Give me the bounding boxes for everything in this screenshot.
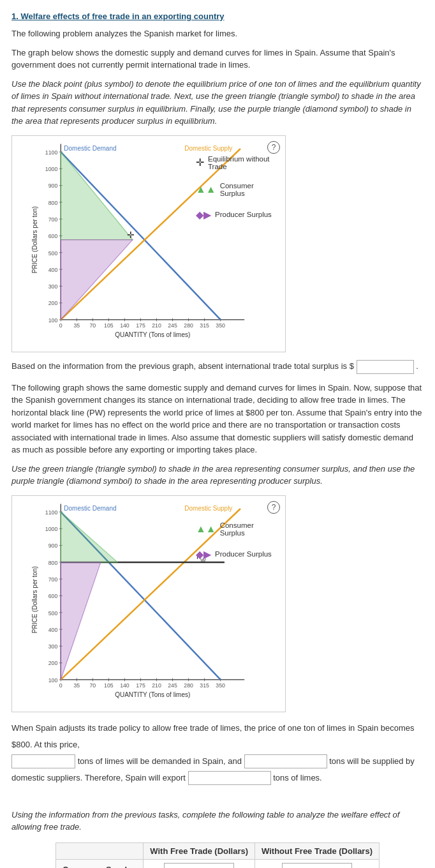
svg-text:0: 0	[59, 682, 63, 689]
svg-marker-51	[61, 239, 133, 319]
total-surplus-input[interactable]	[357, 360, 414, 374]
legend-equilibrium: ✛ Equilibrium without Trade	[196, 155, 279, 170]
svg-text:900: 900	[48, 183, 58, 189]
svg-text:QUANTITY (Tons of limes): QUANTITY (Tons of limes)	[115, 331, 190, 338]
legend-producer: ◆▶ Producer Surplus	[196, 209, 279, 221]
svg-text:✛: ✛	[127, 230, 135, 240]
svg-text:500: 500	[48, 250, 58, 256]
instructions-2: Use the green triangle (triangle symbol)…	[11, 463, 424, 488]
graph-1: ? 100 200 300 400 500 600 700 800 900 10…	[11, 135, 286, 352]
legend2-producer: ◆▶ Producer Surplus	[196, 548, 279, 560]
svg-text:500: 500	[48, 610, 58, 616]
svg-text:0: 0	[59, 322, 63, 329]
svg-text:200: 200	[48, 300, 58, 306]
svg-text:175: 175	[136, 682, 145, 689]
svg-text:70: 70	[90, 682, 96, 689]
svg-text:Domestic Supply: Domestic Supply	[184, 504, 232, 511]
svg-text:140: 140	[120, 322, 129, 329]
svg-text:700: 700	[48, 216, 58, 222]
svg-text:400: 400	[48, 266, 58, 273]
consumer-surplus-free-trade[interactable]	[144, 859, 255, 868]
svg-text:700: 700	[48, 576, 58, 582]
svg-text:Domestic Demand: Domestic Demand	[64, 504, 116, 511]
svg-text:Domestic Supply: Domestic Supply	[184, 144, 232, 151]
consumer-no-trade-input[interactable]	[282, 863, 352, 869]
intro-1: The following problem analyzes the Spani…	[11, 27, 424, 40]
instructions-1: Use the black point (plus symbol) to den…	[11, 78, 424, 128]
col-header-no-trade: Without Free Trade (Dollars)	[255, 842, 380, 859]
limes-demanded-input[interactable]	[11, 754, 75, 768]
legend2-consumer: ▲▲ Consumer Surplus	[196, 521, 279, 537]
svg-text:315: 315	[200, 322, 209, 329]
graph1-legend: ✛ Equilibrium without Trade ▲▲ Consumer …	[196, 155, 279, 232]
svg-text:315: 315	[200, 682, 209, 689]
table-row-consumer: Consumer Surplus	[55, 859, 379, 868]
svg-marker-50	[61, 152, 133, 240]
svg-text:100: 100	[48, 677, 58, 683]
intro-2: The graph below shows the domestic suppl…	[11, 47, 424, 71]
svg-text:200: 200	[48, 660, 58, 666]
svg-text:600: 600	[48, 593, 58, 599]
diamond-icon: ◆▶	[196, 209, 211, 221]
diamond2-icon: ◆▶	[196, 548, 211, 560]
graph2-legend: ▲▲ Consumer Surplus ◆▶ Producer Surplus	[196, 515, 279, 572]
svg-text:1100: 1100	[45, 509, 58, 515]
svg-text:Domestic Demand: Domestic Demand	[64, 144, 116, 151]
svg-text:245: 245	[168, 322, 177, 329]
welfare-table-section: With Free Trade (Dollars) Without Free T…	[11, 842, 424, 869]
triangle2-icon: ▲▲	[196, 523, 216, 535]
svg-text:210: 210	[152, 682, 161, 689]
svg-text:70: 70	[90, 322, 96, 329]
svg-text:175: 175	[136, 322, 145, 329]
svg-marker-109	[61, 562, 101, 679]
svg-text:105: 105	[104, 682, 114, 689]
col-header-free-trade: With Free Trade (Dollars)	[144, 842, 255, 859]
col-header-empty	[55, 842, 143, 859]
graph-2: ? 100 200 300 400 500 600 700 800 900 10…	[11, 495, 286, 712]
svg-text:1000: 1000	[45, 166, 58, 172]
legend-consumer: ▲▲ Consumer Surplus	[196, 182, 279, 197]
svg-text:280: 280	[184, 682, 193, 689]
svg-text:350: 350	[216, 682, 225, 689]
svg-text:900: 900	[48, 542, 58, 549]
svg-text:800: 800	[48, 559, 58, 565]
svg-text:210: 210	[152, 322, 161, 329]
svg-text:245: 245	[168, 682, 177, 689]
table-title: Using the information from the previous …	[11, 809, 424, 834]
svg-text:350: 350	[216, 322, 225, 329]
consumer-surplus-no-trade[interactable]	[255, 859, 380, 868]
intro-3: The following graph shows the same domes…	[11, 382, 424, 456]
svg-text:100: 100	[48, 317, 58, 323]
svg-marker-108	[61, 512, 117, 562]
svg-text:105: 105	[104, 322, 114, 329]
svg-text:QUANTITY (Tons of limes): QUANTITY (Tons of limes)	[115, 691, 190, 698]
svg-text:1100: 1100	[45, 149, 58, 155]
consumer-free-trade-input[interactable]	[164, 863, 234, 869]
svg-text:600: 600	[48, 233, 58, 239]
consumer-surplus-label: Consumer Surplus	[55, 859, 143, 868]
triangle-icon: ▲▲	[196, 184, 216, 195]
svg-text:PRICE (Dollars per ton): PRICE (Dollars per ton)	[31, 206, 38, 273]
limes-supplied-input[interactable]	[244, 754, 327, 768]
svg-text:400: 400	[48, 626, 58, 632]
question2-text: When Spain adjusts its trade policy to a…	[11, 720, 424, 786]
welfare-table: With Free Trade (Dollars) Without Free T…	[55, 842, 380, 869]
limes-exported-input[interactable]	[188, 771, 271, 785]
page-title: 1. Welfare effects of free trade in an e…	[11, 11, 424, 21]
svg-text:1000: 1000	[45, 526, 58, 532]
svg-text:300: 300	[48, 283, 58, 290]
svg-text:800: 800	[48, 199, 58, 206]
svg-text:35: 35	[73, 322, 80, 329]
question1-text: Based on the information from the previo…	[11, 360, 424, 374]
svg-text:PRICE (Dollars per ton): PRICE (Dollars per ton)	[31, 566, 38, 633]
svg-text:300: 300	[48, 643, 58, 650]
plus-icon: ✛	[196, 156, 204, 168]
svg-text:140: 140	[120, 682, 129, 689]
svg-text:35: 35	[73, 682, 80, 689]
svg-text:280: 280	[184, 322, 193, 329]
